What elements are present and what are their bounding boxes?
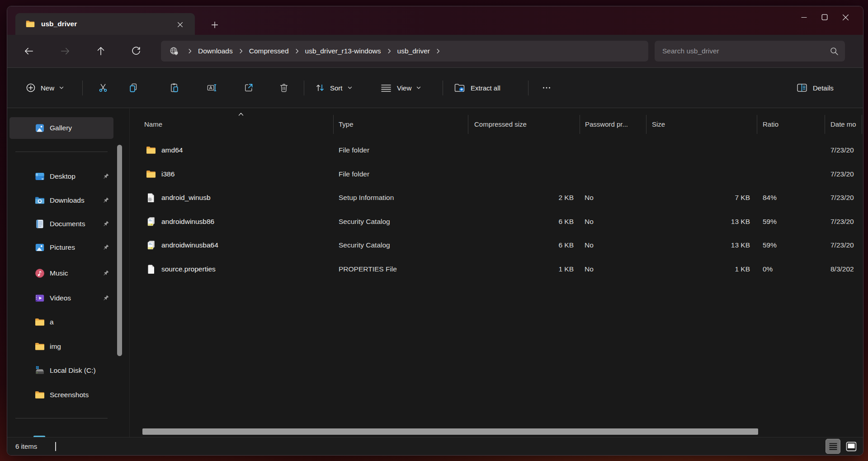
file-size: 13 KB [652,241,750,249]
column-header-ratio[interactable]: Ratio [763,120,778,128]
pin-icon [102,220,110,228]
breadcrumb-chevron-icon[interactable] [238,48,244,54]
new-tab-button[interactable] [208,18,222,32]
main-content: ScreenshotsLocal Disk (C:)imgaVideosMusi… [7,109,863,437]
table-row[interactable]: android_winusb Setup Information 2 KB No… [130,186,863,210]
tab-usb-driver[interactable]: usb_driver [15,13,195,35]
breadcrumb-item[interactable]: usb_driver [397,47,430,55]
extract-all-button[interactable]: Extract all [452,68,502,108]
breadcrumb-item[interactable]: usb_driver_r13-windows [305,47,381,55]
share-button[interactable] [240,79,258,97]
view-button[interactable]: View [378,68,423,108]
table-row[interactable]: i386 File folder 7/23/20 [130,162,863,186]
sidebar-item-videos[interactable]: Videos [9,287,113,309]
breadcrumb-item[interactable]: Downloads [198,47,233,55]
column-header-compressed-size[interactable]: Compressed size [474,120,527,128]
details-pane-button[interactable]: Details [794,68,835,108]
plus-circle-icon [25,82,36,93]
globe-monitor-icon[interactable] [169,46,179,56]
details-pane-icon [796,81,808,94]
table-row[interactable]: androidwinusba64 Security Catalog 6 KB N… [130,233,863,257]
downloads-icon [34,195,45,206]
command-toolbar: New Sort View [7,67,863,108]
table-row[interactable]: androidwinusb86 Security Catalog 6 KB No… [130,210,863,234]
column-header-date-modified[interactable]: Date mo [830,120,856,128]
column-divider[interactable] [757,115,757,134]
sidebar-item-label: Documents [50,220,85,228]
column-header-type[interactable]: Type [339,120,354,128]
forward-button[interactable] [56,42,74,60]
sidebar-item-screenshots[interactable]: Screenshots [9,384,113,406]
breadcrumb: DownloadsCompressedusb_driver_r13-window… [161,41,648,62]
item-count: 6 items [15,437,37,455]
column-divider[interactable] [646,115,646,134]
file-name: amd64 [161,146,183,154]
breadcrumb-item[interactable]: Compressed [249,47,289,55]
breadcrumb-chevron-icon[interactable] [435,48,441,54]
search-icon[interactable] [830,47,839,56]
thumbnail-view-toggle[interactable] [844,439,859,454]
details-view-toggle[interactable] [826,439,840,454]
column-divider[interactable] [333,115,334,134]
share-icon [243,82,254,93]
search-input[interactable] [662,41,821,62]
tab-close-icon[interactable] [175,19,185,30]
drive-icon [34,365,45,376]
sidebar-item-label: Screenshots [50,391,89,399]
sidebar-item-a[interactable]: a [9,311,113,333]
paste-button[interactable] [165,79,184,97]
table-row[interactable]: source.properties PROPERTIES File 1 KB N… [130,257,863,281]
sidebar-item-downloads[interactable]: Downloads [9,190,113,211]
sidebar-scrollbar[interactable] [117,145,122,356]
back-button[interactable] [20,42,38,60]
sidebar-item-desktop[interactable]: Desktop [9,166,113,187]
ellipsis-icon [541,82,552,93]
extract-folder-icon [453,81,466,94]
breadcrumb-chevron-icon[interactable] [187,48,193,54]
refresh-button[interactable] [127,42,145,60]
column-header-size[interactable]: Size [652,120,665,128]
column-divider[interactable] [862,115,862,134]
sidebar-item-img[interactable]: img [9,336,113,357]
breadcrumb-chevron-icon[interactable] [387,48,392,54]
delete-button[interactable] [275,79,293,97]
sidebar-item-label: Gallery [50,124,72,132]
new-button[interactable]: New [24,68,66,108]
sidebar-item-music[interactable]: Music [9,262,113,284]
up-button[interactable] [92,42,110,60]
cut-button[interactable] [94,79,112,97]
column-header-name[interactable]: Name [144,120,162,128]
thumbnail-view-icon [845,440,858,453]
sidebar-item-local-disk-c[interactable]: Local Disk (C:) [9,360,113,381]
search-box[interactable] [655,41,845,62]
column-header-password[interactable]: Password pr... [585,120,628,128]
horizontal-scrollbar[interactable] [142,428,758,435]
copy-button[interactable] [124,79,142,97]
sidebar-item-documents[interactable]: Documents [9,213,113,235]
folder-icon [34,341,45,352]
toolbar-divider [304,81,304,95]
sort-button[interactable]: Sort [313,68,354,108]
file-date-modified: 7/23/20 [830,194,854,202]
music-icon [34,268,45,279]
pin-icon [102,243,110,252]
rename-button[interactable] [203,79,221,97]
sidebar-item-pictures[interactable]: Pictures [9,237,113,258]
sidebar-item-label: Local Disk (C:) [50,366,96,375]
sidebar-item-gallery[interactable]: Gallery [9,117,113,139]
navigation-bar: DownloadsCompressedusb_driver_r13-window… [7,35,863,67]
file-password-protected: No [585,218,594,226]
rename-icon [206,82,217,93]
minimize-button[interactable] [793,9,814,25]
pin-icon [102,172,110,181]
column-divider[interactable] [468,115,468,134]
close-button[interactable] [835,9,856,25]
column-divider[interactable] [580,115,580,134]
breadcrumb-chevron-icon[interactable] [294,48,300,54]
maximize-button[interactable] [814,9,835,25]
column-divider[interactable] [825,115,825,134]
file-ratio: 84% [763,194,777,202]
see-more-button[interactable] [538,79,556,97]
table-row[interactable]: amd64 File folder 7/23/20 [130,138,863,162]
file-type: Security Catalog [339,218,390,226]
